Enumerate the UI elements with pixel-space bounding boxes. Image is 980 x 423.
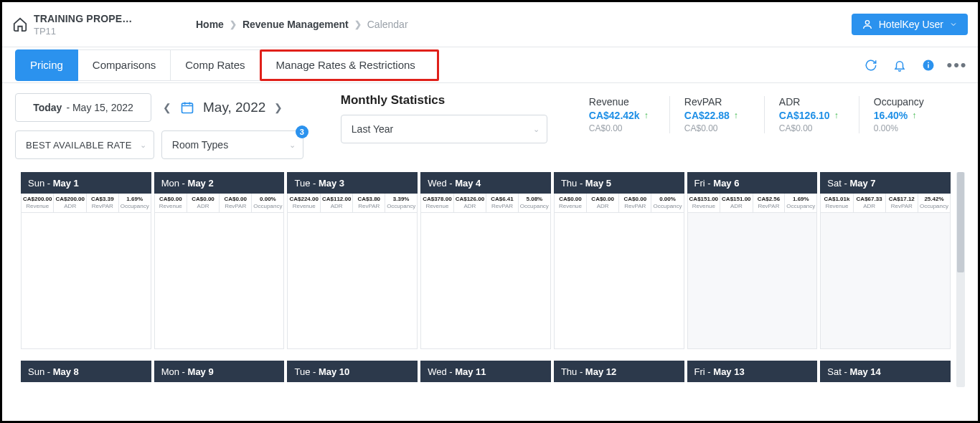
kpi-value: 16.40% ↑ xyxy=(874,110,939,121)
day-body[interactable] xyxy=(820,213,951,349)
calendar-wrapper: Sun - May 1CA$200.00RevenueCA$200.00ADRC… xyxy=(2,172,978,387)
more-icon[interactable]: ••• xyxy=(949,57,965,73)
day-metric: 1.69%Occupancy xyxy=(785,194,816,212)
scrollbar-thumb[interactable] xyxy=(957,172,964,272)
user-menu-button[interactable]: HotelKey User xyxy=(852,14,968,35)
calendar-day[interactable]: Thu - May 12 xyxy=(554,361,684,382)
kpi-value: CA$42.42k ↑ xyxy=(589,110,655,121)
calendar-day[interactable]: Sat - May 14 xyxy=(820,361,951,382)
day-metric: 0.00%Occupancy xyxy=(252,194,283,212)
day-metric: CA$17.12RevPAR xyxy=(886,194,918,212)
room-types-count-badge: 3 xyxy=(296,125,308,138)
kpi-row: RevenueCA$42.42k ↑CA$0.00RevPARCA$22.88 … xyxy=(575,93,953,133)
day-metric: CA$200.00Revenue xyxy=(22,194,54,212)
day-metric: CA$126.00ADR xyxy=(454,194,486,212)
monthly-statistics-block: Monthly Statistics Last Year ⌄ xyxy=(341,93,547,143)
calendar-week-1: Sun - May 1CA$200.00RevenueCA$200.00ADRC… xyxy=(21,172,951,349)
chevron-down-icon: ⌄ xyxy=(289,141,296,150)
day-metric: CA$6.41RevPAR xyxy=(486,194,519,212)
tab-pricing[interactable]: Pricing xyxy=(15,49,78,81)
arrow-up-icon: ↑ xyxy=(734,110,738,120)
info-icon[interactable] xyxy=(920,57,936,73)
user-icon xyxy=(862,19,873,30)
day-header: Sat - May 7 xyxy=(820,172,951,194)
day-header: Mon - May 2 xyxy=(154,172,285,194)
kpi-label: RevPAR xyxy=(684,96,750,108)
day-body[interactable] xyxy=(687,213,818,349)
tab-comp-rates[interactable]: Comp Rates xyxy=(171,49,260,81)
day-metric: CA$0.00Revenue xyxy=(155,194,187,212)
day-header: Tue - May 10 xyxy=(287,361,418,382)
breadcrumb-home[interactable]: Home xyxy=(196,19,224,30)
tab-comparisons[interactable]: Comparisons xyxy=(78,49,171,81)
day-body[interactable] xyxy=(21,213,151,349)
calendar-day[interactable]: Sun - May 1CA$200.00RevenueCA$200.00ADRC… xyxy=(21,172,151,349)
calendar-day[interactable]: Thu - May 5CA$0.00RevenueCA$0.00ADRCA$0.… xyxy=(554,172,684,349)
chevron-right-icon: ❯ xyxy=(354,19,362,29)
day-header: Mon - May 9 xyxy=(154,361,285,382)
room-types-select[interactable]: Room Types ⌄ 3 xyxy=(161,130,303,159)
day-metric: CA$0.00RevPAR xyxy=(619,194,651,212)
chevron-down-icon xyxy=(949,20,958,29)
calendar-day[interactable]: Wed - May 4CA$378.00RevenueCA$126.00ADRC… xyxy=(420,172,551,349)
day-metric: CA$3.39RevPAR xyxy=(87,194,119,212)
day-body[interactable] xyxy=(287,213,418,349)
day-body[interactable] xyxy=(154,213,285,349)
property-title-block: TRAINING PROPE… TP11 xyxy=(34,13,163,37)
day-body[interactable] xyxy=(554,213,684,349)
stats-title: Monthly Statistics xyxy=(341,93,547,108)
day-metric: CA$2.56RevPAR xyxy=(753,194,786,212)
prev-month-button[interactable]: ❮ xyxy=(163,102,171,113)
rate-plan-select[interactable]: BEST AVAILABLE RATE ⌄ xyxy=(15,130,154,159)
home-icon[interactable] xyxy=(12,16,28,32)
arrow-up-icon: ↑ xyxy=(834,110,839,120)
day-metric: CA$151.00Revenue xyxy=(688,194,720,212)
day-metric: CA$0.00Revenue xyxy=(555,194,587,212)
today-button[interactable]: Today - May 15, 2022 xyxy=(15,93,151,122)
arrow-up-icon: ↑ xyxy=(912,110,916,120)
day-metrics-row: CA$378.00RevenueCA$126.00ADRCA$6.41RevPA… xyxy=(420,194,551,213)
day-header: Fri - May 6 xyxy=(687,172,818,194)
day-body[interactable] xyxy=(420,213,551,349)
kpi-value: CA$22.88 ↑ xyxy=(684,110,750,121)
chevron-right-icon: ❯ xyxy=(230,19,237,29)
day-metric: CA$1.01kRevenue xyxy=(821,194,853,212)
calendar-day[interactable]: Fri - May 13 xyxy=(687,361,818,382)
calendar-day[interactable]: Sun - May 8 xyxy=(21,361,151,382)
vertical-scrollbar[interactable] xyxy=(956,172,965,387)
svg-rect-3 xyxy=(928,62,929,63)
app-header: TRAINING PROPE… TP11 Home ❯ Revenue Mana… xyxy=(2,2,978,47)
day-metric: 1.69%Occupancy xyxy=(119,194,151,212)
day-header: Tue - May 3 xyxy=(287,172,418,194)
kpi-sub: 0.00% xyxy=(874,123,939,133)
calendar-day[interactable]: Mon - May 9 xyxy=(154,361,285,382)
calendar-icon[interactable] xyxy=(180,100,194,115)
comparison-period-select[interactable]: Last Year ⌄ xyxy=(341,115,547,143)
chevron-down-icon: ⌄ xyxy=(533,125,540,134)
day-header: Sun - May 8 xyxy=(21,361,151,382)
breadcrumb: Home ❯ Revenue Management ❯ Calendar xyxy=(196,19,408,30)
day-metrics-row: CA$151.00RevenueCA$151.00ADRCA$2.56RevPA… xyxy=(687,194,818,213)
calendar-day[interactable]: Wed - May 11 xyxy=(420,361,551,382)
kpi-value: CA$126.10 ↑ xyxy=(779,110,844,121)
svg-rect-2 xyxy=(928,64,929,67)
day-header: Fri - May 13 xyxy=(687,361,818,382)
day-header: Wed - May 11 xyxy=(420,361,551,382)
tabs: Pricing Comparisons Comp Rates Manage Ra… xyxy=(15,49,439,81)
kpi-sub: CA$0.00 xyxy=(779,123,844,133)
breadcrumb-revenue-mgmt[interactable]: Revenue Management xyxy=(242,19,349,30)
svg-point-0 xyxy=(865,21,869,24)
bell-icon[interactable] xyxy=(892,57,908,73)
calendar-day[interactable]: Mon - May 2CA$0.00RevenueCA$0.00ADRCA$0.… xyxy=(154,172,285,349)
day-metric: CA$224.00Revenue xyxy=(288,194,320,212)
calendar-day[interactable]: Sat - May 7CA$1.01kRevenueCA$67.33ADRCA$… xyxy=(820,172,951,349)
refresh-icon[interactable] xyxy=(863,57,879,73)
kpi-adr: ADRCA$126.10 ↑CA$0.00 xyxy=(764,96,859,133)
calendar-day[interactable]: Tue - May 10 xyxy=(287,361,418,382)
tab-manage-rates[interactable]: Manage Rates & Restrictions xyxy=(260,49,439,81)
month-label: May, 2022 xyxy=(203,100,265,115)
svg-rect-4 xyxy=(182,103,193,113)
next-month-button[interactable]: ❯ xyxy=(274,102,283,113)
calendar-day[interactable]: Tue - May 3CA$224.00RevenueCA$112.00ADRC… xyxy=(287,172,418,349)
calendar-day[interactable]: Fri - May 6CA$151.00RevenueCA$151.00ADRC… xyxy=(687,172,818,349)
